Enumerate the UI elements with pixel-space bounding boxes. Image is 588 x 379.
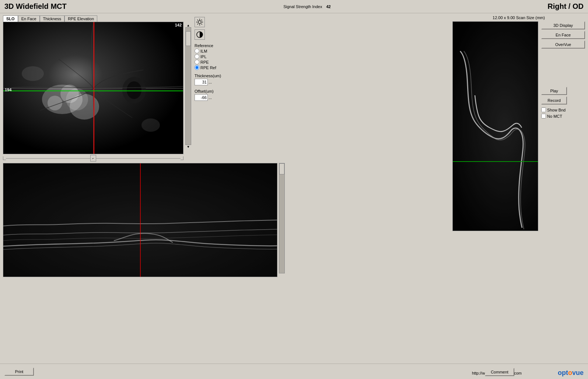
scroll-bracket-handle[interactable]: ⌐ [90,155,96,162]
right-panel-row: 3D Display En Face OverVue Play Record S… [452,21,585,231]
radio-ilm[interactable]: ILM [195,49,228,53]
tab-bar[interactable]: SLO En Face Thickness RPE Elevation [3,15,183,22]
oct-bottom-vscroll[interactable] [279,163,285,273]
reference-group: Reference ILM IPL RPE R [195,43,228,70]
svg-line-17 [197,20,198,21]
eye-label: Right / OD [547,2,584,11]
no-mct-label: No MCT [547,114,562,118]
radio-ipl[interactable]: IPL [195,54,228,59]
right-buttons: 3D Display En Face OverVue Play Record S… [540,21,585,231]
offset-input[interactable]: -66 [195,94,208,101]
radio-rpe[interactable]: RPE [195,60,228,64]
radio-ilm-label: ILM [200,49,207,53]
bracket-line [6,158,90,159]
offset-input-row: -66 ... [195,94,228,101]
scan-size-label: 12.00 x 9.00 Scan Size (mm) [452,15,585,20]
scroll-thumb[interactable] [186,31,191,46]
app-title: 3D Widefield MCT [4,2,67,11]
signal-label: Signal Strength Index [283,4,322,9]
radio-ilm-input[interactable] [195,49,199,53]
thickness-group: Thickness(um) 31 ... [195,74,228,85]
right-panel: 12.00 x 9.00 Scan Size (mm) [452,15,585,358]
thickness-label: Thickness(um) [195,74,228,78]
record-button[interactable]: Record [541,96,567,105]
signal-value: 42 [326,4,330,9]
slo-number-left: 194 [5,88,11,92]
tab-rpe[interactable]: RPE Elevation [64,15,97,22]
show-bnd-input[interactable] [541,107,546,112]
svg-rect-27 [453,22,538,231]
thickness-dots[interactable]: ... [209,80,212,84]
offset-group: Offset(um) -66 ... [195,89,228,101]
contrast-icon [196,31,203,38]
svg-point-9 [127,81,141,99]
svg-point-12 [198,21,201,24]
oct-3d-svg [453,22,538,231]
oct-bottom-scroll-thumb[interactable] [279,163,284,174]
svg-point-10 [22,66,44,81]
bracket-right [181,156,183,160]
no-mct-checkbox[interactable]: No MCT [541,114,585,118]
left-panel: SLO En Face Thickness RPE Elevation [3,15,449,358]
footer: Print http://www.oct-optovue.com Comment… [0,364,588,379]
scroll-track[interactable] [185,27,191,145]
header: 3D Widefield MCT Signal Strength Index 4… [0,0,588,13]
offset-label: Offset(um) [195,89,228,93]
play-button[interactable]: Play [541,87,567,95]
bracket-handle-icon: ⌐ [92,156,94,160]
scroll-down-arrow[interactable]: ▼ [187,145,190,149]
slo-number-top: 142 [175,23,182,27]
svg-line-18 [202,24,202,25]
3d-display-button[interactable]: 3D Display [541,21,585,29]
signal-info: Signal Strength Index 42 [283,4,331,9]
en-face-button[interactable]: En Face [541,31,585,39]
radio-ipl-input[interactable] [195,54,199,59]
svg-point-7 [66,88,88,110]
slo-vscroll[interactable]: ▲ ▼ [185,24,192,149]
brightness-button[interactable] [195,17,205,27]
oct-bottom-svg [3,163,277,277]
svg-line-20 [197,24,198,25]
radio-rpe-input[interactable] [195,60,199,64]
comment-button[interactable]: Comment [485,368,514,376]
oct-bottom-image[interactable] [3,163,277,277]
contrast-button[interactable] [195,29,205,40]
sun-icon [196,18,203,26]
oct-bottom-wrapper [3,163,449,277]
tab-thickness[interactable]: Thickness [40,15,65,22]
scroll-up-arrow[interactable]: ▲ [187,24,190,27]
svg-line-19 [202,20,202,21]
footer-logo: optovue [558,369,584,377]
reference-label: Reference [195,43,228,48]
tab-enface[interactable]: En Face [18,15,40,22]
radio-rpe-ref-label: RPE Ref [200,65,216,70]
thickness-input[interactable]: 31 [195,79,208,85]
controls-panel: Reference ILM IPL RPE R [193,15,230,102]
radio-rpe-ref-input[interactable] [195,65,199,70]
bracket-line2 [96,158,181,159]
radio-ipl-label: IPL [200,54,207,59]
crosshair-horizontal [3,91,183,91]
crosshair-vertical [94,22,94,154]
show-bnd-checkbox[interactable]: Show Bnd [541,107,585,112]
overvue-button[interactable]: OverVue [541,40,585,49]
bracket-left [3,156,6,160]
radio-rpe-ref[interactable]: RPE Ref [195,65,228,70]
slo-container: SLO En Face Thickness RPE Elevation [3,15,183,162]
oct-3d-image[interactable] [452,21,538,231]
print-button[interactable]: Print [4,368,34,376]
play-record-group: Play Record [541,87,585,105]
slo-image[interactable]: 142 194 [3,22,183,154]
show-bnd-label: Show Bnd [547,108,566,112]
thickness-input-row: 31 ... [195,79,228,85]
svg-point-11 [141,118,160,132]
radio-rpe-label: RPE [200,60,209,64]
no-mct-input[interactable] [541,114,546,118]
offset-dots[interactable]: ... [209,95,212,100]
tab-slo[interactable]: SLO [3,15,18,22]
